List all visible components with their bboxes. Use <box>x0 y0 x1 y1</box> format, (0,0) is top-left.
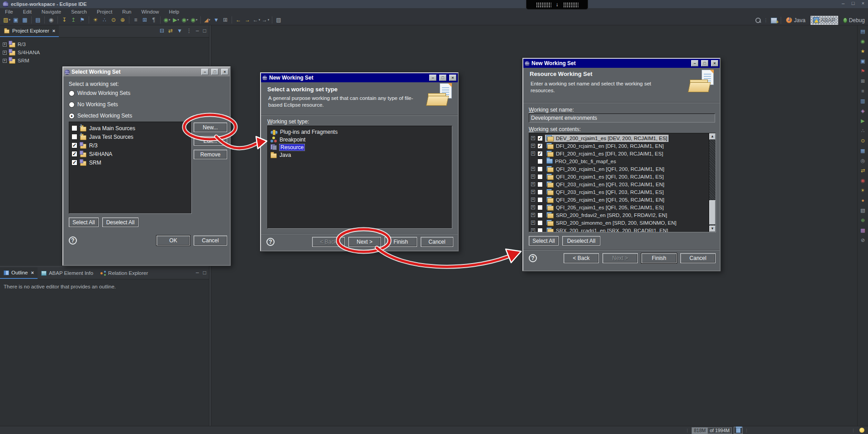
ok-button[interactable]: OK <box>157 236 190 245</box>
run-icon[interactable]: ▶ <box>171 15 180 24</box>
tasks-view-icon[interactable]: ⊞ <box>859 77 867 85</box>
content-row-dfi-200-en[interactable]: + ✓ DFI_200_rcjaim1_en [DFI, 200, RCJAIM… <box>529 142 716 150</box>
tree-item-r3[interactable]: + R/3 <box>3 40 209 48</box>
back-history-icon[interactable]: ← <box>234 15 243 24</box>
content-row-qfi-203-en[interactable]: + QFI_203_rcjaim1_en [QFI, 203, RCJAIM1,… <box>529 180 716 188</box>
dialog-maximize-button[interactable]: □ <box>211 69 218 75</box>
tab-abap-element-info[interactable]: ABAP Element Info <box>38 267 97 279</box>
table-view-icon[interactable]: ⊞ <box>140 15 149 24</box>
checkbox[interactable]: ✓ <box>71 160 77 165</box>
variables-view-icon[interactable]: ▧ <box>859 206 867 214</box>
scroll-up-icon[interactable]: ▲ <box>709 133 716 140</box>
remove-button[interactable]: Remove <box>194 150 227 159</box>
content-row-qfi-200-en[interactable]: + QFI_200_rcjaim1_en [QFI, 200, RCJAIM1,… <box>529 165 716 173</box>
content-row-qfi-205-es[interactable]: + QFI_205_rcjaim1_es [QFI, 205, RCJAIM1,… <box>529 203 716 211</box>
deselect-all-button[interactable]: Deselect All <box>562 236 600 245</box>
menu-navigate[interactable]: Navigate <box>37 9 66 14</box>
checkbox[interactable]: ✓ <box>71 142 77 148</box>
new-sparkle-icon[interactable]: ☀ <box>91 15 100 24</box>
expander-icon[interactable]: + <box>531 198 535 202</box>
display-view-icon[interactable]: ▩ <box>859 226 867 234</box>
expander-icon[interactable]: + <box>531 205 535 209</box>
checkbox[interactable] <box>71 125 77 131</box>
dialog-close-button[interactable]: × <box>711 60 718 66</box>
checkbox[interactable]: ✓ <box>537 151 543 156</box>
checkbox[interactable] <box>537 220 543 226</box>
open-console-icon[interactable]: ▤ <box>33 15 43 24</box>
checkbox[interactable] <box>537 212 543 218</box>
save-icon[interactable]: ▣ <box>11 15 20 24</box>
push-commit-icon[interactable]: ↥ <box>69 15 78 24</box>
javadoc-view-icon[interactable]: ◈ <box>859 107 867 115</box>
forward-history-icon[interactable]: → <box>243 15 252 24</box>
expander-icon[interactable]: + <box>531 213 535 217</box>
radio-icon[interactable] <box>69 90 75 96</box>
type-hierarchy-view-icon[interactable]: ⊙ <box>859 137 867 145</box>
run-garbage-collector-button[interactable] <box>734 427 743 434</box>
maximize-view-icon[interactable]: □ <box>203 269 206 276</box>
back-button[interactable]: < Back <box>312 237 345 247</box>
edit-button[interactable]: Edit... <box>194 136 227 146</box>
window-maximize-button[interactable]: □ <box>850 0 856 6</box>
maximize-view-icon[interactable]: □ <box>203 28 206 34</box>
list-item-java-test-sources[interactable]: Java Test Sources <box>69 132 191 141</box>
expander-icon[interactable]: + <box>531 151 535 156</box>
coverage-icon[interactable]: ◉ <box>180 15 190 24</box>
expander-icon[interactable]: + <box>531 136 535 140</box>
new-button[interactable]: New... <box>194 123 227 132</box>
expander-icon[interactable]: + <box>531 175 535 179</box>
recording-toolbar[interactable]: ↓ <box>526 0 588 9</box>
working-sets-list[interactable]: Java Main Sources Java Test Sources ✓ R/… <box>69 122 192 214</box>
menu-file[interactable]: File <box>0 9 18 14</box>
checkbox[interactable]: ✓ <box>537 136 543 141</box>
forward-nav-icon[interactable]: → <box>261 15 270 24</box>
minimize-view-icon[interactable]: – <box>196 28 199 34</box>
select-all-button[interactable]: Select All <box>69 217 99 227</box>
favorites-view-icon[interactable]: ★ <box>859 47 867 55</box>
tab-outline[interactable]: Outline × <box>0 267 38 279</box>
expander-icon[interactable]: + <box>531 190 535 194</box>
cancel-button[interactable]: Cancel <box>194 236 227 245</box>
tree-item-s4hana[interactable]: + S/4HANA <box>3 48 209 57</box>
checkout-icon[interactable]: ↧ <box>60 15 69 24</box>
window-close-button[interactable]: × <box>860 0 866 6</box>
checkbox[interactable] <box>537 166 543 172</box>
expander-icon[interactable]: + <box>531 221 535 225</box>
problems-view-icon[interactable]: ▣ <box>859 57 867 65</box>
collapse-all-icon[interactable]: ⊟ <box>160 28 164 34</box>
view-menu-icon[interactable]: ⋮ <box>186 28 192 34</box>
list-item-r3[interactable]: ✓ R/3 <box>69 141 191 150</box>
keys-icon[interactable]: ⊕ <box>118 15 127 24</box>
templates-view-icon[interactable]: ⊘ <box>859 236 867 244</box>
menu-search[interactable]: Search <box>66 9 92 14</box>
show-whitespace-icon[interactable]: ¶ <box>149 15 158 24</box>
expander-icon[interactable]: + <box>531 182 535 186</box>
list-item-java-main-sources[interactable]: Java Main Sources <box>69 124 191 132</box>
outline-view-icon[interactable]: ▥ <box>859 97 867 105</box>
cancel-button[interactable]: Cancel <box>421 237 453 247</box>
expander-icon[interactable]: + <box>3 59 7 63</box>
checkbox[interactable]: ✓ <box>71 151 77 157</box>
content-row-qfi-205-en[interactable]: + QFI_205_rcjaim1_en [QFI, 205, RCJAIM1,… <box>529 196 716 203</box>
new-wizard-icon[interactable]: ▨ <box>2 15 11 24</box>
dialog-minimize-button[interactable]: – <box>691 60 698 66</box>
radio-icon[interactable] <box>69 102 75 108</box>
checkbox[interactable] <box>537 205 543 210</box>
expander-icon[interactable]: + <box>531 167 535 171</box>
checkbox[interactable] <box>71 134 77 140</box>
open-perspective-icon[interactable] <box>771 17 778 24</box>
expander-icon[interactable]: + <box>531 228 535 232</box>
perspective-java[interactable]: Java <box>784 16 807 24</box>
history-view-icon[interactable]: ◎ <box>859 156 867 165</box>
content-row-qfi-203-es[interactable]: + QFI_203_rcjaim1_es [QFI, 203, RCJAIM1,… <box>529 188 716 196</box>
search-icon[interactable] <box>755 18 761 23</box>
finish-button[interactable]: Finish <box>641 253 677 263</box>
cancel-button[interactable]: Cancel <box>680 253 716 263</box>
new-table-icon[interactable]: ⊞ <box>221 15 230 24</box>
radio-selected-working-sets[interactable]: ● Selected Working Sets <box>69 113 132 119</box>
debug-view-icon[interactable]: ☀ <box>859 186 867 194</box>
properties-view-icon[interactable]: ≡ <box>859 87 867 95</box>
working-set-name-input[interactable]: Development environments <box>529 113 715 123</box>
expander-icon[interactable]: + <box>3 42 7 47</box>
dialog-close-button[interactable]: × <box>449 75 456 81</box>
